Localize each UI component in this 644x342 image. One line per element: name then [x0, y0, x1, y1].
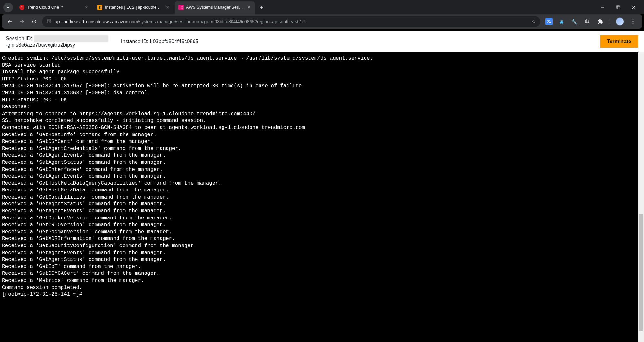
- session-id-label: Session ID:: [6, 36, 32, 42]
- svg-point-5: [633, 21, 634, 22]
- bookmark-icon[interactable]: ☆: [532, 19, 536, 24]
- terminal-wrapper: Created symlink /etc/systemd/system/mult…: [0, 52, 644, 342]
- site-settings-icon[interactable]: [46, 19, 52, 25]
- aws-ssm-icon: ⬚: [178, 5, 184, 10]
- close-icon[interactable]: ✕: [84, 5, 89, 10]
- scrollbar-track[interactable]: [638, 52, 644, 342]
- tabs-container: t Trend Cloud One™ ✕ ◧ Instances | EC2 |…: [15, 0, 266, 14]
- close-icon[interactable]: ✕: [165, 5, 170, 10]
- scrollbar-thumb[interactable]: [639, 214, 643, 331]
- instance-id-label: Instance ID:: [121, 39, 148, 44]
- tab-trend-cloud-one[interactable]: t Trend Cloud One™ ✕: [15, 1, 93, 14]
- toolbar-icons: ◉ 🔧 |: [544, 17, 639, 26]
- extension-circle-icon[interactable]: ◉: [558, 18, 565, 25]
- session-id-suffix: -glms3e6aze7buwxgitru2bipsy: [6, 42, 108, 48]
- minimize-button[interactable]: [599, 4, 607, 11]
- forward-button[interactable]: [17, 17, 26, 26]
- instance-id-value: i-03bbfd804f49c0865: [150, 39, 198, 44]
- aws-ec2-icon: ◧: [97, 5, 102, 10]
- maximize-button[interactable]: [614, 4, 622, 11]
- tab-search-button[interactable]: [3, 3, 13, 12]
- close-icon[interactable]: ✕: [246, 5, 251, 10]
- close-window-button[interactable]: [630, 4, 638, 11]
- address-bar[interactable]: ap-southeast-1.console.aws.amazon.com/sy…: [42, 16, 540, 27]
- divider: |: [609, 19, 611, 24]
- svg-rect-2: [586, 20, 588, 23]
- extension-tool-icon[interactable]: 🔧: [571, 18, 578, 25]
- svg-point-6: [633, 23, 634, 24]
- new-tab-button[interactable]: [257, 3, 266, 12]
- svg-point-4: [633, 19, 634, 20]
- svg-rect-3: [586, 19, 589, 23]
- translate-icon[interactable]: [545, 18, 553, 25]
- extensions-icon[interactable]: [596, 18, 604, 25]
- browser-toolbar: ap-southeast-1.console.aws.amazon.com/sy…: [2, 14, 642, 29]
- tab-systems-manager[interactable]: ⬚ AWS Systems Manager Session ✕: [175, 1, 255, 14]
- session-id-redacted: [34, 35, 108, 42]
- tab-ec2-instances[interactable]: ◧ Instances | EC2 | ap-southeast-1 ✕: [93, 1, 174, 14]
- back-button[interactable]: [5, 17, 14, 26]
- tab-title: Instances | EC2 | ap-southeast-1: [105, 5, 162, 10]
- trend-icon: t: [19, 5, 24, 10]
- url-text: ap-southeast-1.console.aws.amazon.com/sy…: [55, 19, 306, 24]
- browser-tab-strip: t Trend Cloud One™ ✕ ◧ Instances | EC2 |…: [0, 0, 644, 14]
- tab-title: Trend Cloud One™: [27, 5, 81, 10]
- terminal-output[interactable]: Created symlink /etc/systemd/system/mult…: [0, 52, 644, 301]
- reload-button[interactable]: [30, 17, 39, 26]
- profile-avatar[interactable]: [616, 17, 624, 26]
- window-controls: [599, 4, 641, 11]
- instance-id: Instance ID: i-03bbfd804f49c0865: [121, 39, 198, 44]
- menu-icon[interactable]: [629, 18, 637, 25]
- tab-title: AWS Systems Manager Session: [186, 5, 243, 10]
- session-info: Session ID: -glms3e6aze7buwxgitru2bipsy: [6, 35, 108, 48]
- svg-rect-1: [617, 6, 620, 9]
- copy-icon[interactable]: [583, 18, 591, 25]
- session-header: Session ID: -glms3e6aze7buwxgitru2bipsy …: [0, 31, 644, 52]
- terminate-button[interactable]: Terminate: [600, 35, 638, 48]
